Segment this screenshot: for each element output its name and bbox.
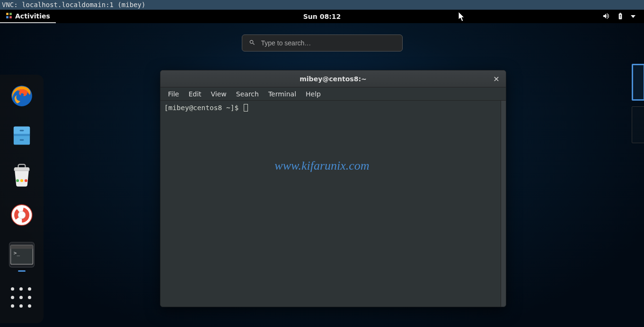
- close-button[interactable]: ✕: [492, 74, 501, 84]
- help-icon[interactable]: [9, 202, 35, 228]
- workspace-thumb-1[interactable]: [632, 64, 644, 101]
- chevron-down-icon: [631, 15, 635, 18]
- svg-rect-18: [11, 245, 33, 249]
- terminal-icon[interactable]: >_: [9, 242, 35, 267]
- svg-point-10: [16, 179, 19, 182]
- menu-search[interactable]: Search: [232, 89, 263, 99]
- svg-rect-3: [9, 16, 12, 18]
- vnc-title-bar: VNC: localhost.localdomain:1 (mibey): [0, 0, 644, 10]
- svg-point-12: [25, 179, 27, 182]
- close-icon: ✕: [493, 75, 499, 84]
- terminal-window[interactable]: mibey@centos8:~ ✕ File Edit View Search …: [160, 70, 506, 307]
- volume-icon: [602, 12, 610, 21]
- terminal-scrollbar[interactable]: [501, 101, 506, 307]
- svg-rect-7: [14, 134, 30, 136]
- svg-point-11: [20, 179, 23, 182]
- vnc-title-text: VNC: localhost.localdomain:1 (mibey): [2, 1, 145, 9]
- terminal-body[interactable]: [mibey@centos8 ~]$: [160, 101, 506, 307]
- svg-rect-9: [20, 139, 24, 141]
- dash-dock: >_: [0, 75, 44, 323]
- svg-text:>_: >_: [14, 250, 20, 256]
- mouse-cursor: [459, 12, 466, 24]
- svg-rect-2: [6, 16, 9, 18]
- terminal-menubar: File Edit View Search Terminal Help: [160, 87, 506, 101]
- activities-icon: [6, 12, 12, 20]
- terminal-cursor: [244, 104, 248, 112]
- svg-rect-1: [9, 13, 12, 15]
- svg-point-16: [18, 211, 26, 219]
- activities-button[interactable]: Activities: [0, 10, 56, 23]
- activities-label: Activities: [15, 12, 50, 20]
- system-tray[interactable]: [602, 12, 644, 21]
- terminal-content: [mibey@centos8 ~]$: [164, 103, 502, 112]
- top-panel: Activities Sun 08:12: [0, 10, 644, 23]
- search-bar[interactable]: [242, 34, 403, 52]
- show-applications-icon[interactable]: [11, 287, 33, 309]
- menu-file[interactable]: File: [164, 89, 183, 99]
- menu-view[interactable]: View: [207, 89, 230, 99]
- search-icon: [249, 39, 256, 48]
- firefox-icon[interactable]: [9, 83, 35, 109]
- power-icon: [617, 12, 624, 21]
- terminal-prompt: [mibey@centos8 ~]$: [164, 104, 243, 112]
- workspace-thumb-2[interactable]: [632, 106, 644, 143]
- panel-clock[interactable]: Sun 08:12: [303, 13, 341, 20]
- terminal-titlebar[interactable]: mibey@centos8:~ ✕: [160, 70, 506, 87]
- software-icon[interactable]: [9, 163, 35, 188]
- search-input[interactable]: [261, 39, 396, 47]
- menu-edit[interactable]: Edit: [185, 89, 205, 99]
- svg-rect-0: [6, 13, 9, 15]
- workspace-switcher[interactable]: [632, 64, 644, 143]
- menu-terminal[interactable]: Terminal: [265, 89, 300, 99]
- svg-rect-8: [20, 130, 24, 131]
- terminal-title-text: mibey@centos8:~: [300, 75, 367, 83]
- files-icon[interactable]: [9, 123, 35, 148]
- menu-help[interactable]: Help: [302, 89, 325, 99]
